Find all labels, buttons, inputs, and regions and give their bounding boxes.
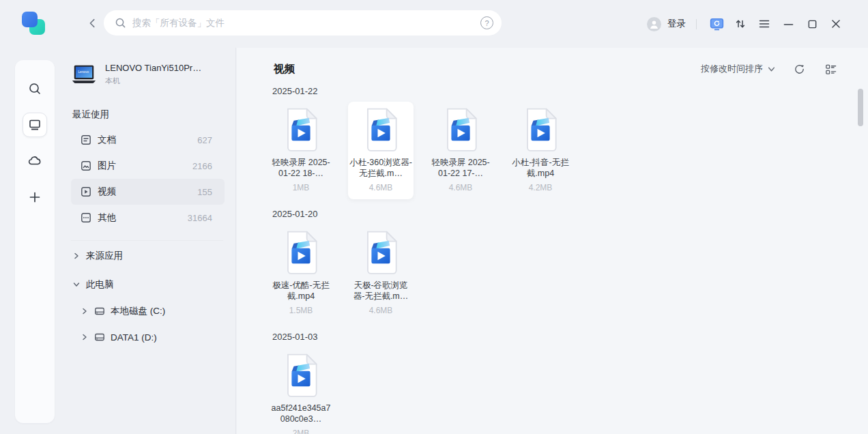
file-name: 轻映录屏 2025-01-22 18-… xyxy=(270,157,332,179)
search-icon xyxy=(115,17,126,29)
tree-item-disk-d[interactable]: DATA1 (D:) xyxy=(81,324,235,350)
view-toggle-button[interactable] xyxy=(823,61,838,76)
sidebar-item-documents[interactable]: 文档 627 xyxy=(71,127,225,153)
date-group-label: 2025-01-03 xyxy=(272,332,838,342)
sort-dropdown[interactable]: 按修改时间排序 xyxy=(701,63,775,75)
video-file-icon xyxy=(361,107,401,152)
file-name: 小杜-360浏览器-无拦截.m… xyxy=(349,157,412,179)
chevron-down-icon xyxy=(768,66,775,73)
maximize-button[interactable] xyxy=(805,16,820,31)
rail-cloud-button[interactable] xyxy=(23,149,47,173)
video-file-icon xyxy=(281,230,321,275)
file-size: 4.2MB xyxy=(508,183,573,192)
back-button[interactable] xyxy=(85,16,100,31)
video-file-icon xyxy=(521,107,560,152)
date-group-label: 2025-01-20 xyxy=(272,209,838,219)
file-name: 天极-谷歌浏览器-无拦截.m… xyxy=(349,280,412,302)
sidebar-item-pictures[interactable]: 图片 2166 xyxy=(71,153,225,179)
avatar-icon xyxy=(647,17,661,31)
file-name: 轻映录屏 2025-01-22 17-… xyxy=(429,157,492,179)
file-name: 小杜-抖音-无拦截.mp4 xyxy=(509,157,572,179)
login-button[interactable]: 登录 xyxy=(647,17,686,31)
chevron-right-icon xyxy=(72,252,81,259)
file-name: 极速-优酷-无拦截.mp4 xyxy=(270,280,332,302)
disk-icon xyxy=(94,332,105,343)
device-name: LENOVO TianYi510Pr… xyxy=(105,63,201,73)
file-size: 4.6MB xyxy=(428,183,493,192)
sidebar-rail xyxy=(15,60,55,423)
tree-label: 本地磁盘 (C:) xyxy=(111,305,165,317)
file-size: 1.5MB xyxy=(268,306,334,315)
sidebar: Lenovo LENOVO TianYi510Pr… 本机 最近使用 文档 62… xyxy=(55,48,236,434)
category-label: 文档 xyxy=(98,134,116,146)
scrollbar-thumb[interactable] xyxy=(858,89,863,126)
recent-header: 最近使用 xyxy=(72,108,235,121)
file-card[interactable]: 小杜-抖音-无拦截.mp4 4.2MB xyxy=(508,102,573,199)
video-file-icon xyxy=(361,230,401,275)
menu-button[interactable] xyxy=(757,16,772,31)
file-size: 2MB xyxy=(268,429,334,434)
category-label: 图片 xyxy=(98,160,116,172)
chevron-right-icon xyxy=(81,334,89,341)
rail-device-button[interactable] xyxy=(23,113,47,137)
category-count: 31664 xyxy=(188,213,212,223)
category-count: 2166 xyxy=(192,161,212,171)
image-icon xyxy=(81,160,91,171)
file-card-selected[interactable]: 小杜-360浏览器-无拦截.m… 4.6MB xyxy=(348,102,414,199)
device-sync-icon[interactable] xyxy=(709,16,724,31)
rail-add-button[interactable] xyxy=(23,185,47,209)
sidebar-item-videos[interactable]: 视频 155 xyxy=(71,179,225,205)
rail-search-button[interactable] xyxy=(23,76,47,101)
video-file-icon xyxy=(281,353,321,398)
help-icon[interactable]: ? xyxy=(480,16,493,29)
device-item[interactable]: Lenovo LENOVO TianYi510Pr… 本机 xyxy=(71,63,235,86)
category-count: 627 xyxy=(197,135,212,145)
titlebar-actions: 登录 xyxy=(647,0,843,48)
tree-label: 此电脑 xyxy=(86,278,114,291)
tree-item-this-pc[interactable]: 此电脑 xyxy=(72,271,235,298)
main-content: 视频 按修改时间排序 2025-01-22 xyxy=(237,48,868,434)
search-input[interactable] xyxy=(132,18,480,28)
sidebar-item-others[interactable]: 其他 31664 xyxy=(71,205,225,231)
laptop-image: Lenovo xyxy=(71,64,97,85)
chevron-right-icon xyxy=(81,308,89,315)
app-logo-icon xyxy=(22,12,45,35)
video-file-icon xyxy=(281,107,321,152)
device-subtitle: 本机 xyxy=(105,76,201,86)
refresh-button[interactable] xyxy=(792,61,807,76)
category-count: 155 xyxy=(197,187,212,197)
video-file-icon xyxy=(441,107,480,152)
tree-label: DATA1 (D:) xyxy=(111,332,157,343)
file-row: aa5f241e345a7080c0e3… 2MB xyxy=(268,347,838,434)
file-card[interactable]: 轻映录屏 2025-01-22 17-… 4.6MB xyxy=(428,102,493,199)
category-label: 其他 xyxy=(98,212,116,224)
disk-icon xyxy=(94,306,105,317)
title-bar: ? 登录 xyxy=(0,0,868,48)
file-card[interactable]: 轻映录屏 2025-01-22 18-… 1MB xyxy=(268,102,334,199)
file-row: 轻映录屏 2025-01-22 18-… 1MB 小杜-360浏览器-无拦截.m… xyxy=(268,102,838,199)
titlebar-divider xyxy=(696,19,697,29)
page-title: 视频 xyxy=(274,62,295,76)
chevron-down-icon xyxy=(72,281,81,288)
file-name: aa5f241e345a7080c0e3… xyxy=(270,403,332,424)
search-bar[interactable]: ? xyxy=(104,10,502,35)
transfer-list-icon[interactable] xyxy=(733,16,748,31)
sort-label: 按修改时间排序 xyxy=(701,63,763,75)
file-card[interactable]: aa5f241e345a7080c0e3… 2MB xyxy=(268,347,334,434)
file-size: 1MB xyxy=(268,183,334,192)
file-card[interactable]: 极速-优酷-无拦截.mp4 1.5MB xyxy=(268,225,334,322)
tree-item-source-apps[interactable]: 来源应用 xyxy=(72,242,235,270)
file-row: 极速-优酷-无拦截.mp4 1.5MB 天极-谷歌浏览器-无拦截.m… 4.6M… xyxy=(268,225,838,322)
sidebar-divider xyxy=(71,240,223,241)
document-icon xyxy=(81,134,91,145)
category-label: 视频 xyxy=(98,186,116,198)
app-window: ? 登录 xyxy=(0,0,868,434)
minimize-button[interactable] xyxy=(781,16,796,31)
date-group-label: 2025-01-22 xyxy=(272,86,838,96)
ellipsis-icon xyxy=(81,212,91,223)
file-size: 4.6MB xyxy=(348,183,414,192)
video-icon xyxy=(81,186,91,197)
close-button[interactable] xyxy=(828,16,843,31)
tree-item-disk-c[interactable]: 本地磁盘 (C:) xyxy=(81,298,235,324)
file-card[interactable]: 天极-谷歌浏览器-无拦截.m… 4.6MB xyxy=(348,225,414,322)
